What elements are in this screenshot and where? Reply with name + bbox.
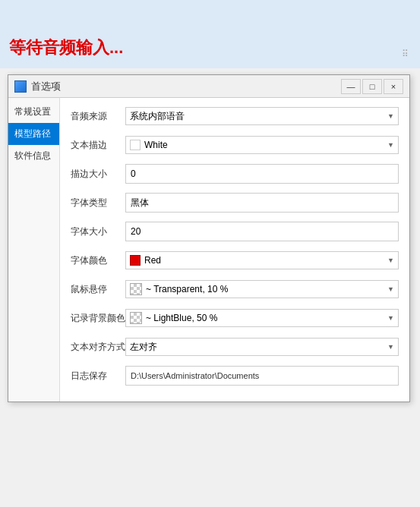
control-mouse-hover: ~ Transparent, 10 % xyxy=(125,280,399,298)
control-font-size xyxy=(125,222,399,241)
dialog-title: 首选项 xyxy=(31,80,341,93)
sidebar-item-model-path[interactable]: 模型路径 xyxy=(8,123,59,145)
mouse-hover-select[interactable]: ~ Transparent, 10 % xyxy=(125,280,399,298)
control-border-size xyxy=(125,164,399,184)
dots-icon: ⠿ xyxy=(402,49,409,59)
red-swatch-icon xyxy=(130,255,141,266)
dialog-icon xyxy=(14,80,27,93)
label-audio-source: 音频来源 xyxy=(71,110,125,123)
dialog-body: 常规设置 模型路径 软件信息 音频来源 系统内部语音 文本描边 xyxy=(8,98,409,402)
top-area: 等待音频输入... ⠿ xyxy=(0,0,420,68)
lightblue-swatch-icon xyxy=(130,312,142,324)
label-text-align: 文本对齐方式 xyxy=(71,341,125,354)
label-font-type: 字体类型 xyxy=(71,197,125,209)
control-font-color: Red xyxy=(125,251,399,269)
titlebar-buttons: — □ × xyxy=(341,79,403,94)
mouse-hover-wrapper: ~ Transparent, 10 % xyxy=(125,280,399,298)
control-font-type xyxy=(125,193,399,213)
text-border-wrapper: White xyxy=(125,136,399,154)
content-area: 音频来源 系统内部语音 文本描边 White xyxy=(60,98,409,402)
dialog-titlebar: 首选项 — □ × xyxy=(8,75,409,98)
form-row-border-size: 描边大小 xyxy=(71,163,399,184)
control-text-align: 左对齐 xyxy=(125,338,399,356)
font-color-value: Red xyxy=(144,255,161,266)
label-border-size: 描边大小 xyxy=(71,168,125,181)
text-border-select[interactable]: White xyxy=(125,136,399,154)
form-row-bg-color: 记录背景颜色 ~ LightBlue, 50 % xyxy=(71,307,399,329)
form-row-text-border: 文本描边 White xyxy=(71,134,399,156)
form-row-log-save: 日志保存 D:\Users\Administrator\Documents xyxy=(71,365,399,386)
label-bg-color: 记录背景颜色 xyxy=(71,312,125,325)
control-log-save: D:\Users\Administrator\Documents xyxy=(125,366,399,386)
audio-source-select[interactable]: 系统内部语音 xyxy=(125,107,399,125)
font-color-wrapper: Red xyxy=(125,251,399,269)
transparent-swatch-icon xyxy=(130,283,142,295)
sidebar-item-general[interactable]: 常规设置 xyxy=(8,101,59,123)
form-row-audio-source: 音频来源 系统内部语音 xyxy=(71,105,399,127)
white-swatch-icon xyxy=(130,140,141,150)
form-row-mouse-hover: 鼠标悬停 ~ Transparent, 10 % xyxy=(71,279,399,300)
log-path-display[interactable]: D:\Users\Administrator\Documents xyxy=(125,366,399,386)
label-font-size: 字体大小 xyxy=(71,225,125,238)
control-text-border: White xyxy=(125,136,399,154)
bg-color-value: ~ LightBlue, 50 % xyxy=(146,313,217,323)
label-font-color: 字体颜色 xyxy=(71,254,125,267)
bg-color-select[interactable]: ~ LightBlue, 50 % xyxy=(125,309,399,327)
waiting-label: 等待音频输入... xyxy=(0,30,132,62)
text-align-select[interactable]: 左对齐 xyxy=(125,338,399,356)
label-log-save: 日志保存 xyxy=(71,370,125,383)
form-row-text-align: 文本对齐方式 左对齐 xyxy=(71,336,399,357)
mouse-hover-value: ~ Transparent, 10 % xyxy=(146,284,228,294)
sidebar-item-software-info[interactable]: 软件信息 xyxy=(8,145,59,167)
text-align-value: 左对齐 xyxy=(130,341,157,354)
font-color-select[interactable]: Red xyxy=(125,251,399,269)
sidebar: 常规设置 模型路径 软件信息 xyxy=(8,98,60,402)
form-row-font-color: 字体颜色 Red xyxy=(71,250,399,271)
control-audio-source: 系统内部语音 xyxy=(125,107,399,125)
minimize-button[interactable]: — xyxy=(341,79,361,94)
control-bg-color: ~ LightBlue, 50 % xyxy=(125,309,399,327)
text-border-value: White xyxy=(144,140,168,150)
label-text-border: 文本描边 xyxy=(71,139,125,152)
bg-color-wrapper: ~ LightBlue, 50 % xyxy=(125,309,399,327)
form-row-font-type: 字体类型 xyxy=(71,192,399,213)
text-align-wrapper: 左对齐 xyxy=(125,338,399,356)
audio-source-wrapper: 系统内部语音 xyxy=(125,107,399,125)
font-type-input[interactable] xyxy=(125,193,399,213)
form-row-font-size: 字体大小 xyxy=(71,221,399,242)
border-size-input[interactable] xyxy=(125,164,399,184)
audio-source-value: 系统内部语音 xyxy=(130,110,185,123)
font-size-input[interactable] xyxy=(125,222,399,241)
label-mouse-hover: 鼠标悬停 xyxy=(71,283,125,296)
close-button[interactable]: × xyxy=(384,79,403,94)
preferences-dialog: 首选项 — □ × 常规设置 模型路径 软件信息 音频来源 系统内部语音 xyxy=(8,74,410,402)
log-path-value: D:\Users\Administrator\Documents xyxy=(131,371,259,380)
maximize-button[interactable]: □ xyxy=(362,79,382,94)
